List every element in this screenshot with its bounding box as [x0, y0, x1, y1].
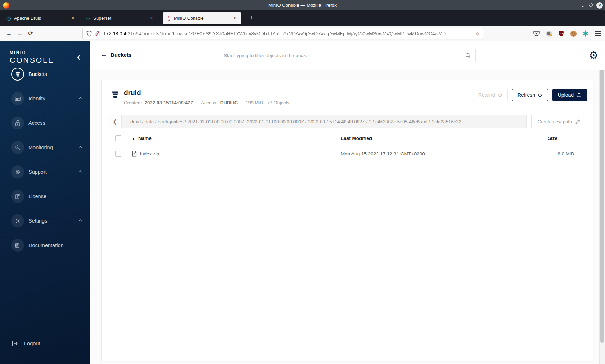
browser-reload-button[interactable]: ⟳ — [25, 30, 36, 37]
select-all-checkbox[interactable] — [115, 135, 121, 141]
close-tab-icon[interactable]: ✕ — [149, 16, 154, 21]
sidebar: MINIO CONSOLE ❮ Buckets Identity — [0, 41, 90, 364]
sidebar-item-documentation[interactable]: Documentation — [0, 233, 90, 258]
sidebar-item-identity[interactable]: Identity — [0, 86, 90, 111]
sidebar-item-access[interactable]: Access — [0, 111, 90, 135]
object-name[interactable]: index.zip — [140, 151, 159, 156]
url-bar[interactable]: 172.18.0.4:31664/buckets/druid/browse/ZG… — [83, 28, 484, 39]
browser-back-button[interactable]: ← — [4, 30, 14, 37]
lock-icon — [11, 117, 24, 129]
sidebar-item-label: Settings — [28, 218, 47, 224]
back-to-buckets-link[interactable]: ← Buckets — [101, 51, 131, 58]
browser-forward-button: → — [14, 30, 25, 37]
superset-favicon: ∞ — [85, 16, 90, 21]
sidebar-item-monitoring[interactable]: Monitoring — [0, 135, 90, 160]
sidebar-item-settings[interactable]: Settings — [0, 209, 90, 233]
tab-minio-console-active[interactable]: MinIO Console ✕ — [163, 12, 241, 24]
sidebar-item-support[interactable]: Support — [0, 160, 90, 184]
browser-toolbar: ← → ⟳ 172.18.0.4:31664/buckets/druid/bro… — [0, 26, 605, 41]
bucket-icon — [11, 68, 24, 81]
close-tab-icon[interactable]: ✕ — [70, 16, 76, 21]
support-icon — [11, 165, 24, 178]
back-label: Buckets — [111, 52, 131, 58]
object-size: 8.0 MiB — [520, 151, 574, 156]
firefox-window: MinIO Console — Mozilla Firefox ⌄ ✕ Apac… — [0, 0, 605, 364]
refresh-button[interactable]: Refresh ⟳ — [512, 89, 548, 101]
sidebar-item-license[interactable]: License — [0, 184, 90, 209]
upload-button-label: Upload — [558, 92, 574, 98]
create-path-icon — [575, 119, 581, 124]
created-value: 2022-08-15T14:08:47Z — [145, 100, 193, 105]
page-scrollbar[interactable] — [599, 41, 605, 364]
create-new-path-button[interactable]: Create new path — [531, 115, 587, 128]
menu-hamburger-icon[interactable] — [594, 30, 601, 37]
rewind-icon: ↺ — [498, 92, 502, 98]
breadcrumb[interactable]: druid / data / earthquakes / 2021-01-01T… — [122, 115, 526, 128]
search-input[interactable] — [224, 53, 465, 58]
back-arrow-icon: ← — [101, 51, 107, 58]
zip-file-icon — [132, 151, 137, 157]
url-host: 172.18.0.4 — [103, 31, 126, 36]
sort-asc-icon: ▲ — [132, 137, 135, 140]
sidebar-item-logout[interactable]: Logout — [11, 340, 40, 347]
table-row[interactable]: index.zip Mon Aug 15 2022 17:12:31 GMT+0… — [102, 146, 593, 161]
close-tab-icon[interactable]: ✕ — [233, 16, 238, 21]
url-text: 172.18.0.4:31664/buckets/druid/browse/ZG… — [103, 31, 472, 36]
column-header-last-modified[interactable]: Last Modified — [341, 136, 520, 141]
page-header: ← Buckets ⚙ — [90, 41, 605, 70]
search-icon — [465, 53, 471, 59]
minimize-icon[interactable]: ⌄ — [579, 3, 586, 8]
chevron-up-icon[interactable] — [79, 97, 82, 99]
upload-button[interactable]: Upload — [552, 89, 587, 101]
close-window-icon[interactable]: ✕ — [596, 2, 603, 9]
column-header-name[interactable]: ▲ Name — [132, 136, 341, 141]
chevron-up-icon[interactable] — [79, 170, 82, 173]
insecure-lock-icon[interactable] — [95, 31, 100, 37]
new-tab-button[interactable]: + — [247, 13, 256, 23]
extension-icon[interactable] — [545, 30, 552, 37]
cookie-icon[interactable] — [570, 30, 577, 37]
tab-superset[interactable]: ∞ Superset ✕ — [82, 12, 157, 24]
sidebar-item-label: Documentation — [28, 242, 64, 248]
ublock-origin-icon[interactable]: UO — [557, 30, 565, 37]
main-content: ← Buckets ⚙ — [90, 41, 605, 364]
minio-console-app: MINIO CONSOLE ❮ Buckets Identity — [0, 41, 605, 364]
object-last-modified: Mon Aug 15 2022 17:12:31 GMT+0200 — [341, 151, 520, 156]
bucket-browser-card: druid Created: 2022-08-15T14:08:47Z Acce… — [101, 80, 593, 361]
chevron-up-icon[interactable] — [79, 146, 82, 148]
tab-apache-druid[interactable]: Apache Druid ✕ — [3, 12, 79, 24]
sidebar-collapse-icon[interactable]: ❮ — [77, 54, 81, 60]
scrollbar-thumb[interactable] — [600, 42, 604, 343]
sidebar-item-buckets[interactable]: Buckets — [0, 62, 90, 86]
pocket-icon[interactable] — [533, 30, 540, 37]
url-path: :31664/buckets/druid/browse/ZGF0YS9lYXJ0… — [126, 31, 446, 36]
sidebar-item-label: Monitoring — [28, 145, 53, 150]
tab-title: Apache Druid — [14, 16, 70, 21]
druid-favicon — [6, 16, 11, 21]
maximize-icon[interactable] — [589, 3, 593, 8]
tab-strip: Apache Druid ✕ ∞ Superset ✕ MinIO Consol… — [0, 10, 605, 26]
logout-icon — [11, 340, 18, 347]
refresh-icon: ⟳ — [538, 92, 543, 98]
sidebar-item-label: Support — [28, 169, 47, 175]
minio-console-logo: MINIO CONSOLE — [10, 49, 54, 64]
page-body: druid Created: 2022-08-15T14:08:47Z Acce… — [90, 70, 605, 364]
bucket-meta: Created: 2022-08-15T14:08:47Z Access: PU… — [124, 100, 473, 105]
upload-icon — [577, 92, 582, 97]
bucket-name: druid — [124, 89, 473, 97]
path-back-chevron-icon[interactable]: ❮ — [108, 115, 122, 128]
settings-gear-icon[interactable]: ⚙ — [589, 50, 599, 61]
tab-title: Superset — [93, 16, 149, 21]
bucket-usage: 199 MiB - 73 Objects — [246, 100, 289, 105]
tracking-shield-icon[interactable] — [86, 31, 92, 37]
column-header-size[interactable]: Size — [520, 136, 574, 141]
identity-card-icon — [11, 92, 24, 105]
documentation-book-icon — [11, 239, 24, 252]
sidebar-item-label: Access — [28, 120, 45, 126]
gear-icon — [11, 214, 24, 227]
row-checkbox[interactable] — [115, 151, 121, 157]
bookmark-star-icon[interactable]: ☆ — [475, 30, 480, 37]
multi-account-asterisk-icon[interactable] — [582, 30, 589, 37]
object-filter-search[interactable] — [219, 49, 476, 62]
chevron-up-icon[interactable] — [79, 219, 82, 222]
